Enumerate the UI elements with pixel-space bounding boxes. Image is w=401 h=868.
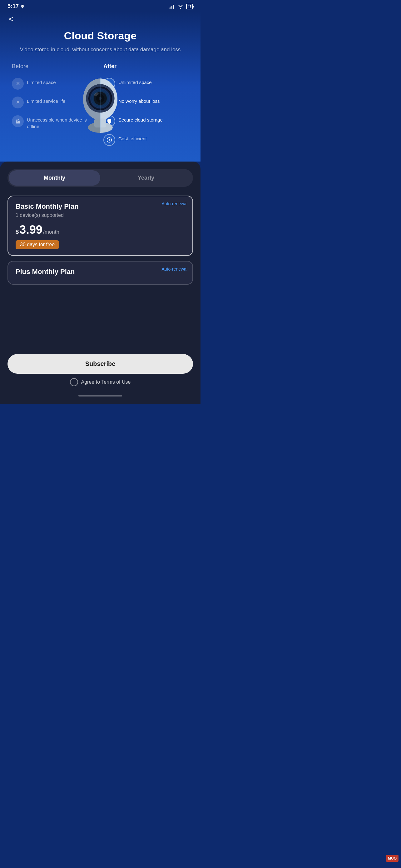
before-icon-1: ✕ xyxy=(12,78,24,90)
svg-text:$: $ xyxy=(108,138,110,142)
home-indicator xyxy=(78,395,122,397)
price-dollar-1: $ xyxy=(15,229,19,235)
terms-checkbox[interactable] xyxy=(70,378,78,386)
before-text-1: Limited space xyxy=(27,78,56,86)
before-text-2: Limited service life xyxy=(27,97,65,104)
header-section: < Cloud Storage Video stored in cloud, w… xyxy=(0,11,201,161)
battery-indicator: 47 xyxy=(186,4,193,9)
signal-icon xyxy=(169,4,175,9)
before-icon-3 xyxy=(12,115,24,127)
terms-row: Agree to Terms of Use xyxy=(7,378,193,393)
terms-text: Agree to Terms of Use xyxy=(81,379,131,385)
location-icon xyxy=(20,4,25,9)
subscribe-button[interactable]: Subscribe xyxy=(7,354,193,374)
page-subtitle: Video stored in cloud, without concerns … xyxy=(9,45,192,54)
plan-card-basic[interactable]: Auto-renewal Basic Monthly Plan 1 device… xyxy=(7,195,193,256)
after-item-4: $ Cost–efficient xyxy=(103,134,189,146)
after-label: After xyxy=(103,63,189,70)
plan-name-2: Plus Monthly Plan xyxy=(15,268,185,276)
price-amount-1: 3.99 xyxy=(20,223,42,237)
plan-devices-1: 1 device(s) supported xyxy=(15,213,185,218)
tab-yearly[interactable]: Yearly xyxy=(100,170,192,186)
plan-card-plus[interactable]: Auto-renewal Plus Monthly Plan xyxy=(7,261,193,285)
comparison-section: Before ✕ Limited space ✕ Limited service… xyxy=(9,63,192,146)
back-button[interactable]: < xyxy=(9,15,20,24)
svg-rect-0 xyxy=(169,7,170,9)
tab-switcher: Monthly Yearly xyxy=(7,169,193,187)
status-bar: 5:17 47 xyxy=(0,0,201,11)
before-icon-2: ✕ xyxy=(12,97,24,108)
tab-monthly[interactable]: Monthly xyxy=(9,170,100,186)
camera-image xyxy=(75,72,125,135)
subscribe-section: Subscribe Agree to Terms of Use xyxy=(0,349,201,404)
svg-rect-2 xyxy=(171,6,172,9)
plan-price-1: $ 3.99 /month xyxy=(15,223,185,237)
plan-name-1: Basic Monthly Plan xyxy=(15,203,185,211)
auto-renewal-badge-1: Auto-renewal xyxy=(162,201,188,206)
before-label: Before xyxy=(12,63,97,70)
after-text-4: Cost–efficient xyxy=(119,134,147,142)
svg-rect-1 xyxy=(170,6,171,9)
wifi-icon xyxy=(177,4,183,9)
status-time: 5:17 xyxy=(7,3,25,10)
svg-rect-3 xyxy=(173,5,174,9)
status-icons: 47 xyxy=(169,4,193,9)
price-period-1: /month xyxy=(43,229,59,235)
auto-renewal-badge-2: Auto-renewal xyxy=(162,267,188,272)
free-trial-badge-1: 30 days for free xyxy=(15,240,59,249)
after-icon-4: $ xyxy=(103,134,115,146)
page-title: Cloud Storage xyxy=(9,30,192,42)
bottom-section: Monthly Yearly Auto-renewal Basic Monthl… xyxy=(0,161,201,349)
